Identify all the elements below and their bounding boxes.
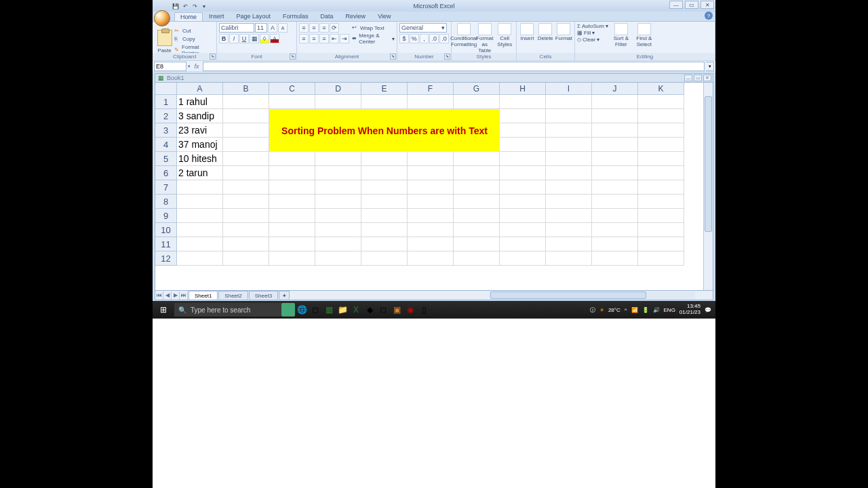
- wrap-text-button[interactable]: ↩Wrap Text: [352, 23, 395, 33]
- sheet-nav-first[interactable]: ⏮: [155, 291, 163, 300]
- increase-decimal-button[interactable]: .0: [429, 34, 439, 43]
- number-format-select[interactable]: General▾: [399, 23, 447, 33]
- col-header-E[interactable]: E: [361, 83, 408, 95]
- font-name-select[interactable]: Calibri: [219, 23, 254, 33]
- merge-center-button[interactable]: ⬌Merge & Center▾: [352, 34, 395, 43]
- tab-review[interactable]: Review: [340, 12, 372, 21]
- office-button[interactable]: [154, 10, 170, 26]
- tb-explorer[interactable]: 📁: [336, 303, 349, 317]
- qat-undo[interactable]: ↶: [181, 2, 189, 10]
- grow-font-button[interactable]: A: [268, 23, 277, 33]
- decrease-indent-button[interactable]: ⇤: [330, 34, 339, 43]
- cell-A4[interactable]: 37 manoj: [177, 138, 223, 152]
- tb-app-5[interactable]: ▣: [390, 303, 403, 317]
- tb-app-7[interactable]: ▯: [417, 303, 431, 317]
- decrease-decimal-button[interactable]: .0: [439, 34, 449, 43]
- tb-app-6[interactable]: ◉: [403, 303, 417, 317]
- wb-restore[interactable]: ▭: [694, 75, 702, 81]
- vertical-scrollbar[interactable]: [703, 83, 713, 290]
- number-dialog[interactable]: ⬊: [444, 54, 450, 60]
- cell-A3[interactable]: 23 ravi: [177, 123, 223, 138]
- sheet-tab-1[interactable]: Sheet1: [189, 291, 218, 300]
- col-header-B[interactable]: B: [223, 83, 269, 95]
- sheet-nav-next[interactable]: ▶: [172, 291, 180, 300]
- tab-page-layout[interactable]: Page Layout: [231, 12, 277, 21]
- sheet-nav-last[interactable]: ⏭: [180, 291, 188, 300]
- close-button[interactable]: ✕: [701, 1, 714, 9]
- col-header-I[interactable]: I: [546, 83, 592, 95]
- sheet-nav-prev[interactable]: ◀: [163, 291, 172, 300]
- qat-redo[interactable]: ↷: [191, 2, 199, 10]
- fx-button[interactable]: fx: [192, 62, 201, 71]
- italic-button[interactable]: I: [229, 34, 239, 43]
- row-header-3[interactable]: 3: [155, 123, 177, 138]
- copy-button[interactable]: ⎘Copy: [174, 36, 214, 43]
- row-header-10[interactable]: 10: [155, 223, 177, 237]
- cell-A5[interactable]: 10 hitesh: [177, 152, 223, 166]
- col-header-F[interactable]: F: [408, 83, 454, 95]
- tray-battery-icon[interactable]: 🔋: [642, 307, 649, 313]
- tray-lang[interactable]: ENG: [664, 307, 675, 313]
- minimize-button[interactable]: —: [669, 1, 683, 9]
- name-box[interactable]: E8: [154, 62, 186, 71]
- font-dialog[interactable]: ⬊: [290, 54, 296, 60]
- align-right-button[interactable]: ≡: [319, 34, 329, 43]
- select-all-corner[interactable]: [155, 83, 177, 95]
- row-header-2[interactable]: 2: [155, 109, 177, 123]
- row-header-4[interactable]: 4: [155, 138, 177, 152]
- tb-excel2[interactable]: X: [349, 303, 363, 317]
- align-bottom-button[interactable]: ≡: [319, 23, 329, 33]
- qat-save[interactable]: 💾: [172, 2, 180, 10]
- currency-button[interactable]: $: [399, 34, 409, 43]
- underline-button[interactable]: U: [239, 34, 249, 43]
- qat-more[interactable]: ▾: [200, 2, 208, 10]
- align-center-button[interactable]: ≡: [309, 34, 319, 43]
- col-header-G[interactable]: G: [454, 83, 500, 95]
- border-button[interactable]: ▦: [250, 34, 259, 43]
- clipboard-dialog[interactable]: ⬊: [210, 54, 216, 60]
- tb-app-3[interactable]: ◆: [363, 303, 376, 317]
- tray-help-icon[interactable]: ⓘ: [590, 306, 595, 314]
- orientation-button[interactable]: ⟳: [330, 23, 339, 33]
- cell-A2[interactable]: 3 sandip: [177, 109, 223, 123]
- help-button[interactable]: ?: [705, 12, 713, 20]
- tab-view[interactable]: View: [372, 12, 397, 21]
- row-header-11[interactable]: 11: [155, 237, 177, 251]
- col-header-D[interactable]: D: [315, 83, 361, 95]
- row-header-12[interactable]: 12: [155, 251, 177, 266]
- row-header-5[interactable]: 5: [155, 152, 177, 166]
- new-sheet-button[interactable]: ✦: [279, 291, 290, 300]
- sheet-tab-3[interactable]: Sheet3: [249, 291, 278, 300]
- cell-B1[interactable]: [223, 95, 269, 109]
- cut-button[interactable]: ✂Cut: [174, 28, 214, 35]
- font-size-select[interactable]: 11: [255, 23, 267, 33]
- alignment-dialog[interactable]: ⬊: [390, 54, 396, 60]
- bold-button[interactable]: B: [219, 34, 229, 43]
- row-header-8[interactable]: 8: [155, 195, 177, 209]
- tray-clock[interactable]: 13:45 01/21/23: [679, 304, 701, 316]
- taskbar-search[interactable]: 🔍 Type here to search: [174, 303, 281, 317]
- tab-data[interactable]: Data: [315, 12, 340, 21]
- percent-button[interactable]: %: [410, 34, 419, 43]
- col-header-C[interactable]: C: [269, 83, 315, 95]
- autosum-button[interactable]: ΣAutoSum▾: [577, 23, 608, 29]
- col-header-J[interactable]: J: [592, 83, 638, 95]
- tray-notifications-icon[interactable]: 💬: [705, 307, 711, 313]
- clear-button[interactable]: ◇Clear▾: [577, 37, 608, 43]
- col-header-A[interactable]: A: [177, 83, 223, 95]
- tb-excel[interactable]: ▦: [322, 303, 336, 317]
- fill-color-button[interactable]: ◊: [260, 34, 269, 43]
- row-header-7[interactable]: 7: [155, 180, 177, 195]
- align-top-button[interactable]: ≡: [299, 23, 309, 33]
- shrink-font-button[interactable]: A: [278, 23, 288, 33]
- wb-close[interactable]: ✕: [703, 75, 711, 81]
- tb-chrome[interactable]: 🌐: [295, 303, 309, 317]
- cell-A6[interactable]: 2 tarun: [177, 166, 223, 180]
- maximize-button[interactable]: ▭: [685, 1, 698, 9]
- font-color-button[interactable]: A: [270, 34, 279, 43]
- tb-app-1[interactable]: [281, 303, 295, 317]
- tray-volume-icon[interactable]: 🔊: [653, 307, 660, 313]
- fill-button[interactable]: ▦Fill▾: [577, 30, 608, 36]
- tb-app-4[interactable]: ◻: [376, 303, 390, 317]
- row-header-6[interactable]: 6: [155, 166, 177, 180]
